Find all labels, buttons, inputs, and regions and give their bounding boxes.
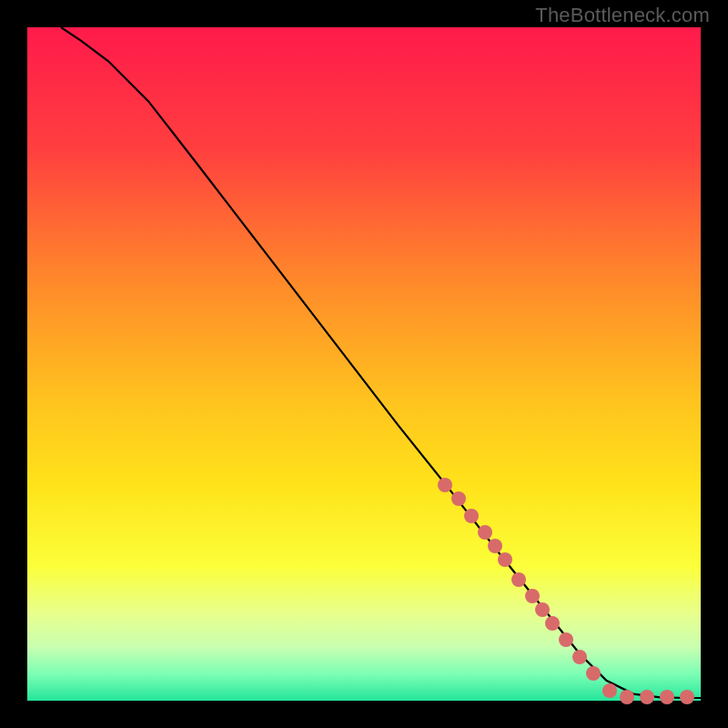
data-point-marker: [511, 572, 526, 587]
chart-frame: TheBottleneck.com: [0, 0, 728, 728]
data-point-marker: [620, 690, 634, 704]
data-point-marker: [572, 650, 587, 664]
data-point-marker: [451, 491, 466, 506]
plot-svg: [27, 27, 701, 701]
data-point-marker: [680, 690, 694, 704]
data-point-marker: [602, 683, 617, 698]
data-point-marker: [640, 690, 654, 704]
data-point-marker: [545, 616, 560, 631]
plot-area: [27, 27, 701, 701]
data-point-marker: [660, 690, 674, 704]
data-point-marker: [488, 539, 502, 553]
data-point-marker: [586, 666, 601, 681]
watermark-text: TheBottleneck.com: [535, 4, 710, 27]
data-point-marker: [464, 509, 479, 523]
data-point-marker: [438, 478, 452, 492]
gradient-rect: [27, 27, 701, 701]
data-point-marker: [498, 552, 512, 567]
